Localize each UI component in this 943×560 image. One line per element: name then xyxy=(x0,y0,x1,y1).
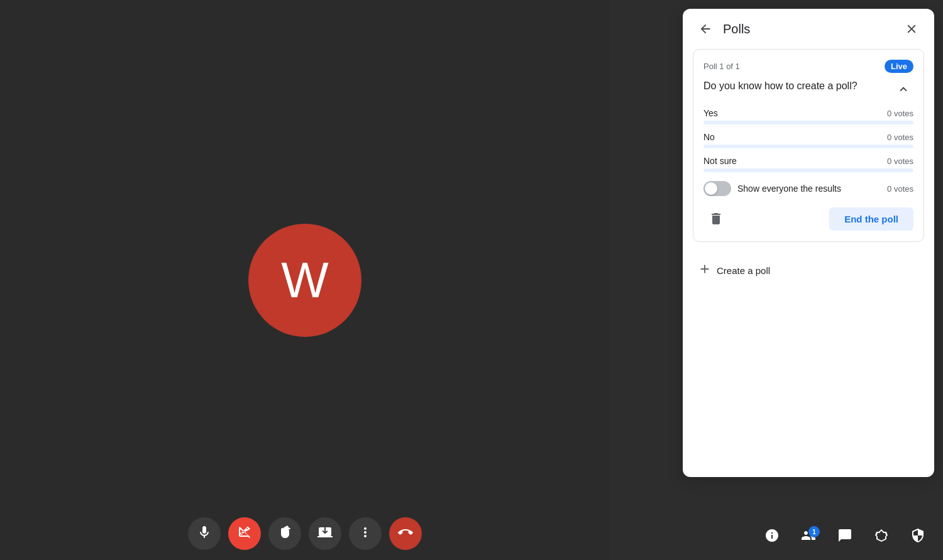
poll-question-row: Do you know how to create a poll? xyxy=(703,79,913,99)
activities-icon xyxy=(874,528,889,547)
create-poll-row[interactable]: Create a poll xyxy=(693,252,924,288)
poll-counter: Poll 1 of 1 xyxy=(703,62,740,71)
option-not-sure-label: Not sure xyxy=(703,156,737,166)
security-button[interactable] xyxy=(905,525,930,550)
poll-card-header: Poll 1 of 1 Live xyxy=(703,60,913,73)
bottom-toolbar xyxy=(0,510,610,560)
option-yes-votes: 0 votes xyxy=(887,109,913,118)
show-results-row: Show everyone the results 0 votes xyxy=(703,181,913,196)
close-panel-button[interactable] xyxy=(902,19,922,39)
meeting-info-button[interactable] xyxy=(759,525,785,550)
video-area: W xyxy=(0,0,610,560)
poll-option-no: No 0 votes xyxy=(703,132,913,148)
toolbar-center xyxy=(188,517,422,550)
end-call-button[interactable] xyxy=(389,517,422,550)
back-button[interactable] xyxy=(695,19,715,39)
security-icon xyxy=(910,528,925,547)
show-results-votes: 0 votes xyxy=(887,184,913,194)
panel-header: Polls xyxy=(683,9,934,49)
poll-card: Poll 1 of 1 Live Do you know how to crea… xyxy=(693,49,924,242)
option-not-sure-bar xyxy=(703,168,913,172)
info-icon xyxy=(764,528,780,547)
avatar-letter: W xyxy=(281,255,329,305)
avatar: W xyxy=(248,224,361,337)
more-options-button[interactable] xyxy=(349,517,382,550)
more-vert-icon xyxy=(358,525,373,543)
share-screen-button[interactable] xyxy=(309,517,341,550)
camera-button[interactable] xyxy=(228,517,261,550)
activities-button[interactable] xyxy=(869,525,894,550)
mic-icon xyxy=(197,525,212,543)
create-poll-label: Create a poll xyxy=(717,265,770,276)
option-yes-bar xyxy=(703,121,913,124)
option-yes-label: Yes xyxy=(703,108,718,118)
poll-collapse-button[interactable] xyxy=(893,79,913,99)
option-not-sure-votes: 0 votes xyxy=(887,156,913,166)
people-badge: 1 xyxy=(808,526,820,537)
poll-actions: End the poll xyxy=(703,206,913,231)
create-poll-icon xyxy=(698,262,712,278)
poll-option-yes: Yes 0 votes xyxy=(703,108,913,124)
option-no-bar xyxy=(703,145,913,148)
poll-option-not-sure: Not sure 0 votes xyxy=(703,156,913,172)
delete-poll-button[interactable] xyxy=(703,206,729,231)
toggle-knob xyxy=(705,182,717,195)
show-results-label: Show everyone the results xyxy=(737,184,841,194)
chat-icon xyxy=(837,528,852,547)
share-screen-icon xyxy=(317,525,333,543)
live-badge: Live xyxy=(885,60,913,73)
end-call-icon xyxy=(398,525,413,543)
panel-title: Polls xyxy=(723,22,894,36)
option-no-label: No xyxy=(703,132,715,142)
camera-off-icon xyxy=(237,525,252,543)
raise-hand-button[interactable] xyxy=(268,517,301,550)
chat-button[interactable] xyxy=(832,525,858,550)
option-no-votes: 0 votes xyxy=(887,133,913,142)
people-button[interactable]: 1 xyxy=(796,525,821,550)
mic-button[interactable] xyxy=(188,517,221,550)
status-bar: 1 xyxy=(759,525,930,550)
polls-panel: Polls Poll 1 of 1 Live Do you know how t… xyxy=(683,9,934,477)
panel-content: Poll 1 of 1 Live Do you know how to crea… xyxy=(683,49,934,477)
show-results-toggle[interactable] xyxy=(703,181,731,196)
hand-icon xyxy=(277,525,292,543)
end-poll-button[interactable]: End the poll xyxy=(829,207,913,231)
poll-question: Do you know how to create a poll? xyxy=(703,79,893,93)
